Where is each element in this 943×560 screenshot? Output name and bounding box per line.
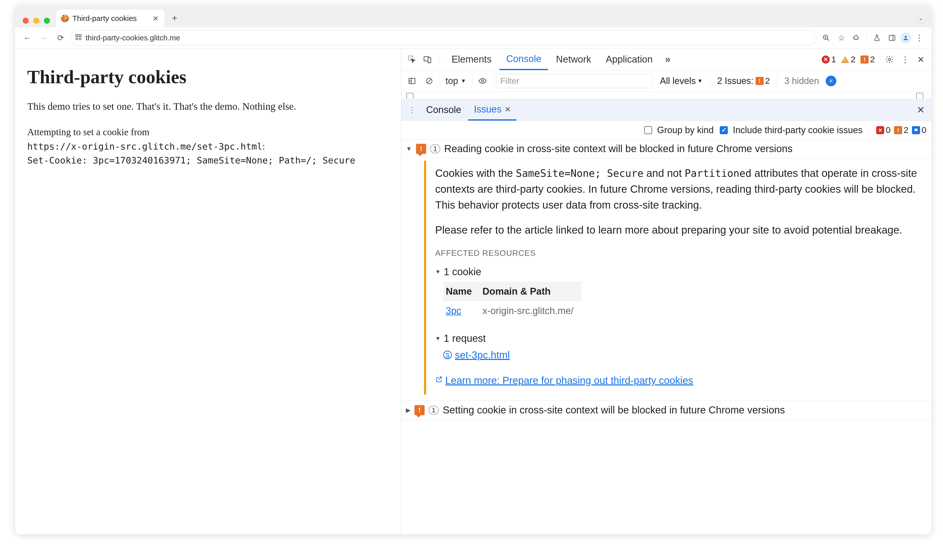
window-controls [21,18,53,27]
mac-minimize-icon[interactable] [33,18,39,24]
errors-badge[interactable]: ✕ 1 [821,54,836,64]
svg-line-5 [827,39,829,41]
devtools-settings-icon[interactable] [883,52,897,66]
drawer-tab-close-icon[interactable]: ✕ [505,105,511,114]
mac-close-icon[interactable] [23,18,29,24]
issues-list: ▼ ! 1 Reading cookie in cross-site conte… [402,140,931,534]
side-panel-icon[interactable] [885,31,899,45]
log-levels-selector[interactable]: All levels ▼ [660,76,703,86]
back-button[interactable]: ← [20,31,34,45]
page-intro: This demo tries to set one. That's it. T… [27,100,389,112]
devtools-menu-icon[interactable]: ⋮ [898,52,912,66]
group-label: Group by kind [657,125,714,135]
issues-link[interactable]: 2 Issues: !2 [717,76,770,86]
include-3pc-toggle[interactable]: Include third-party cookie issues [720,125,863,135]
live-expression-eye-icon[interactable] [475,74,490,88]
page-title: Third-party cookies [27,66,389,88]
tab-title: Third-party cookies [72,14,148,23]
mac-maximize-icon[interactable] [44,18,50,24]
devtools-close-icon[interactable]: ✕ [914,52,928,66]
execution-context-selector[interactable]: top ▼ [443,76,469,86]
url-text: third-party-cookies.glitch.me [86,34,180,42]
include-checkbox [720,126,728,134]
cookie-name-link[interactable]: 3pc [446,306,461,316]
disclosure-triangle-icon: ▼ [406,145,412,152]
console-filter-input[interactable]: Filter [496,74,652,88]
cookie-th-name: Name [443,282,480,301]
page-log: Attempting to set a cookie from https://… [27,125,389,167]
zoom-icon[interactable] [819,31,833,45]
affected-cookies-tree[interactable]: ▼ 1 cookie [435,264,923,279]
console-sidebar-toggle-icon[interactable] [405,74,419,88]
clear-console-icon[interactable] [422,74,436,88]
log-setcookie: Set-Cookie: 3pc=1703240163971; SameSite=… [27,154,389,167]
svg-point-10 [905,36,907,38]
group-by-kind-toggle[interactable]: Group by kind [644,125,714,135]
issue-description-p1: Cookies with the SameSite=None; Secure a… [435,165,923,213]
chevron-down-icon: ▼ [697,78,703,84]
table-row: 3pc x-origin-src.glitch.me/ [443,301,582,321]
svg-rect-0 [76,34,78,36]
svg-rect-13 [428,57,431,63]
log-colon: : [262,141,265,152]
address-bar[interactable]: third-party-cookies.glitch.me [70,30,817,45]
breaking-change-icon: ! [416,144,426,154]
tab-console[interactable]: Console [500,49,548,70]
profile-avatar-icon[interactable] [900,32,911,43]
browser-window: 🍪 Third-party cookies ✕ + ⌄ ← → ⟳ third-… [15,5,931,534]
browser-tab[interactable]: 🍪 Third-party cookies ✕ [56,9,165,27]
issue-row[interactable]: ▼ ! 1 Reading cookie in cross-site conte… [402,140,931,158]
svg-point-14 [889,58,891,60]
extensions-icon[interactable] [849,31,863,45]
svg-rect-1 [79,34,81,36]
tab-close-icon[interactable]: ✕ [151,14,160,23]
inspect-element-icon[interactable] [405,52,419,66]
tab-strip: 🍪 Third-party cookies ✕ + ⌄ [15,5,931,27]
drawer-menu-icon[interactable]: ⋮ [405,106,419,114]
group-checkbox [644,126,652,134]
drawer-tab-issues[interactable]: Issues ✕ [468,99,516,121]
tab-application[interactable]: Application [599,49,659,70]
tab-network[interactable]: Network [549,49,598,70]
address-toolbar: ← → ⟳ third-party-cookies.glitch.me ☆ [15,27,931,48]
request-link[interactable]: ⇅ set-3pc.html [443,347,923,363]
error-circle-icon: ✕ [821,55,830,63]
more-tabs-icon[interactable]: » [661,52,675,66]
chrome-menu-icon[interactable]: ⋮ [912,31,926,45]
blue-count: 0 [921,125,926,135]
console-toolbar: top ▼ Filter All levels ▼ 2 Issues: [402,71,931,92]
affected-requests-tree[interactable]: ▼ 1 request [435,331,923,346]
warnings-badge[interactable]: 2 [841,54,855,64]
console-settings-gear-icon[interactable] [826,76,836,86]
info-icon [912,126,920,134]
bookmark-star-icon[interactable]: ☆ [834,31,848,45]
labs-flask-icon[interactable] [870,31,884,45]
issues-label: 2 Issues: [717,76,754,86]
request-link-text: set-3pc.html [455,347,510,363]
affected-cookies-label: 1 cookie [444,264,481,279]
device-toolbar-icon[interactable] [420,52,435,66]
issues-badge[interactable]: ! 2 [860,54,875,64]
issue-body: Cookies with the SameSite=None; Secure a… [424,161,929,394]
issue-row[interactable]: ▶ ! 1 Setting cookie in cross-site conte… [402,401,931,420]
tab-elements[interactable]: Elements [445,49,498,70]
toolbar-icons: ☆ ⋮ [819,31,926,45]
hidden-count[interactable]: 3 hidden [784,76,819,86]
site-settings-icon[interactable] [75,34,82,42]
cookie-th-domain: Domain & Path [480,282,582,301]
disclosure-triangle-icon: ▶ [406,407,411,414]
reload-button[interactable]: ⟳ [54,31,68,45]
drawer-close-icon[interactable]: ✕ [914,105,928,115]
new-tab-button[interactable]: + [168,11,182,25]
tab-list-chevron-icon[interactable]: ⌄ [915,12,926,24]
hide-network-checkbox[interactable] [406,93,414,99]
drawer-tab-console[interactable]: Console [420,99,467,121]
errors-count: 1 [831,54,836,64]
warning-triangle-icon [841,56,849,63]
log-url: https://x-origin-src.glitch.me/set-3pc.h… [27,141,262,152]
affected-header: AFFECTED RESOURCES [435,247,923,259]
disclosure-triangle-icon: ▼ [435,268,441,276]
log-xhr-checkbox[interactable] [916,93,923,99]
learn-more-link[interactable]: Learn more: Prepare for phasing out thir… [435,373,693,388]
forward-button[interactable]: → [37,31,51,45]
